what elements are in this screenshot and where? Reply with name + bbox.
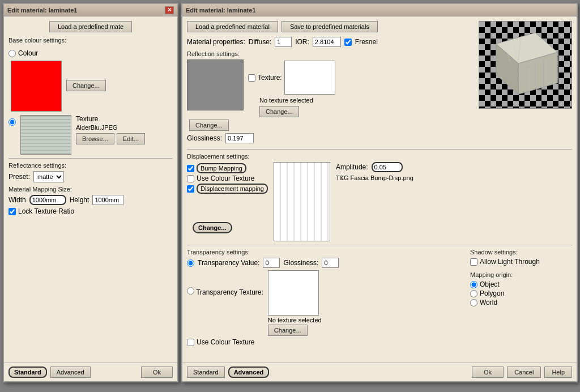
help-btn-right[interactable]: Help	[544, 367, 572, 378]
transp-texture-radio[interactable]	[187, 287, 194, 295]
reflection-change-btn[interactable]: Change...	[259, 106, 299, 117]
lock-ratio-checkbox[interactable]	[8, 208, 16, 215]
width-input[interactable]	[29, 195, 66, 205]
height-input[interactable]	[92, 195, 123, 205]
bump-mapping-checkbox[interactable]	[187, 165, 194, 172]
preset-row: Preset: matte	[8, 171, 173, 182]
transparency-section: Transparency settings: Transparency Valu…	[187, 249, 459, 347]
tab-standard-left[interactable]: Standard	[8, 367, 47, 378]
texture-info-col: Texture AlderBlu.JPEG Browse... Edit...	[76, 115, 145, 144]
right-dialog-content: Load a predefined material Save to prede…	[182, 16, 577, 363]
browse-btn[interactable]: Browse...	[76, 133, 114, 144]
world-radio[interactable]	[470, 299, 477, 306]
world-radio-row: World	[470, 299, 572, 306]
use-colour-texture2-checkbox[interactable]	[187, 339, 194, 346]
use-colour-texture-label: Use Colour Texture	[197, 174, 255, 182]
polygon-radio[interactable]	[470, 290, 477, 297]
bump-mapping-row: Bump Mapping	[187, 163, 268, 173]
texture-white-box	[284, 61, 335, 95]
shadow-mapping-col: Shadow settings: Allow Light Through Map…	[470, 249, 572, 347]
transp-texture-row: Transparency Texture: No texture selecte…	[187, 270, 459, 336]
amplitude-label: Amplitude:	[336, 163, 368, 171]
shadow-section: Shadow settings: Allow Light Through	[470, 249, 572, 266]
transp-glossiness-input[interactable]	[322, 258, 339, 268]
change-btn-row: Change...	[189, 120, 378, 131]
close-button-left[interactable]: ✕	[165, 6, 174, 14]
displacement-row: Bump Mapping Use Colour Texture Displace…	[187, 162, 572, 241]
diffuse-label: Diffuse:	[249, 38, 271, 46]
texture-name: AlderBlu.JPEG	[76, 124, 145, 131]
reflection-texture-col: Texture: No texture selected Change...	[248, 59, 335, 117]
use-colour-texture-row: Use Colour Texture	[187, 174, 268, 182]
object-radio[interactable]	[470, 281, 477, 288]
mapping-origin-label: Mapping origin:	[470, 271, 572, 278]
cancel-btn-right[interactable]: Cancel	[507, 367, 541, 378]
displacement-mapping-checkbox[interactable]	[187, 185, 194, 193]
ior-input[interactable]	[313, 37, 341, 47]
right-bottom-bar: Standard Advanced Ok Cancel Help	[182, 363, 577, 381]
reflection-section: Reflection settings: Texture: No texture…	[187, 50, 378, 131]
right-dialog-title: Edit material: laminate1	[186, 7, 256, 14]
width-label: Width	[8, 196, 26, 204]
reflection-gray-box	[187, 59, 244, 110]
reflection-row: Texture: No texture selected Change...	[187, 59, 378, 117]
colour-swatch[interactable]	[11, 61, 62, 112]
tab-advanced-right[interactable]: Advanced	[228, 367, 270, 378]
diffuse-input[interactable]	[275, 37, 292, 47]
displacement-mapping-row: Displacement mapping	[187, 184, 268, 194]
ok-btn-left[interactable]: Ok	[141, 367, 173, 378]
glossiness-row: Glossiness:	[187, 133, 378, 143]
load-predefined-btn-left[interactable]: Load a predefined mate	[49, 21, 132, 32]
ok-btn-right[interactable]: Ok	[472, 367, 504, 378]
bump-mapping-label: Bump Mapping	[197, 163, 246, 173]
transp-value-radio[interactable]	[187, 259, 194, 267]
allow-light-row: Allow Light Through	[470, 258, 572, 266]
load-predefined-btn-right[interactable]: Load a predefined material	[187, 21, 278, 32]
allow-light-checkbox[interactable]	[470, 258, 477, 266]
left-dialog-content: Load a predefined mate Base colour setti…	[4, 16, 177, 363]
displacement-label: Displacement settings:	[187, 153, 572, 160]
use-colour-texture2-label: Use Colour Texture	[197, 338, 255, 346]
disp-texture-name: T&G Fascia Bump-Disp.png	[336, 174, 413, 181]
mapping-section: Material Mapping Size: Width Height Lock…	[8, 186, 173, 215]
reflectance-section: Reflectance settings: Preset: matte	[8, 162, 173, 182]
texture-checkbox[interactable]	[248, 74, 255, 82]
texture-radio[interactable]	[8, 118, 16, 126]
fresnel-checkbox[interactable]	[344, 39, 352, 46]
transp-radio-col: Transparency Texture:	[187, 270, 263, 296]
object-radio-label: Object	[480, 280, 500, 288]
no-texture-text: No texture selected	[259, 97, 335, 104]
colour-radio[interactable]	[8, 50, 16, 57]
texture-radio-group	[8, 116, 16, 126]
use-colour-texture-checkbox[interactable]	[187, 175, 194, 182]
texture-radio-label: Texture	[76, 115, 145, 123]
texture-btns: Browse... Edit...	[76, 133, 145, 144]
base-colour-section: Base colour settings: Colour Cha	[8, 37, 173, 155]
tab-standard-right[interactable]: Standard	[187, 367, 225, 378]
preset-select[interactable]: matte	[33, 171, 64, 182]
tab-advanced-left[interactable]: Advanced	[50, 367, 91, 378]
shadow-label: Shadow settings:	[470, 249, 572, 255]
preset-label: Preset:	[8, 173, 30, 181]
material-props-label: Material properties:	[187, 38, 245, 46]
base-colour-label: Base colour settings:	[8, 37, 173, 44]
transp-texture-label: Transparency Texture:	[196, 288, 263, 296]
glossiness-input[interactable]	[225, 133, 254, 143]
amplitude-input[interactable]	[372, 162, 403, 172]
reflection-change-btn2[interactable]: Change...	[189, 120, 229, 131]
divider-right1	[187, 149, 572, 150]
texture-row: Texture AlderBlu.JPEG Browse... Edit...	[8, 115, 173, 155]
right-title-bar: Edit material: laminate1	[182, 4, 577, 16]
transp-change-btn[interactable]: Change...	[268, 325, 308, 336]
reflection-label: Reflection settings:	[187, 50, 378, 57]
edit-btn[interactable]: Edit...	[117, 133, 145, 144]
save-predefined-btn[interactable]: Save to predefined materials	[282, 21, 378, 32]
disp-change-btn[interactable]: Change...	[193, 222, 232, 233]
object-radio-row: Object	[470, 280, 572, 288]
left-dialog-title: Edit material: laminate1	[7, 7, 78, 14]
top-buttons: Load a predefined material Save to prede…	[187, 21, 378, 32]
colour-change-btn[interactable]: Change...	[66, 80, 106, 91]
divider-right2	[187, 245, 572, 245]
transp-value-input[interactable]	[263, 258, 280, 268]
left-bottom-bar: Standard Advanced Ok	[4, 363, 177, 381]
